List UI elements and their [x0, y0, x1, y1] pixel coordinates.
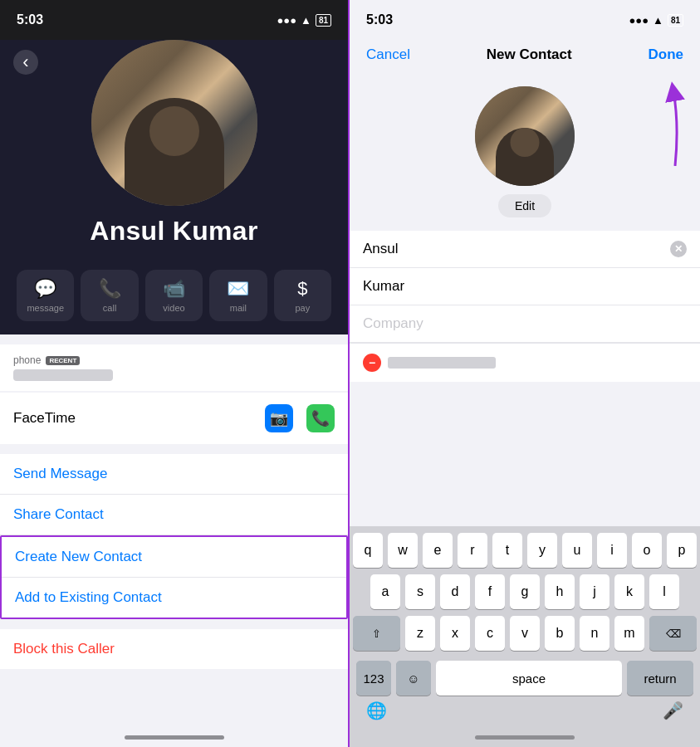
key-s[interactable]: s	[405, 574, 435, 609]
key-m[interactable]: m	[614, 616, 644, 651]
company-placeholder: Company	[363, 315, 423, 332]
last-name-field[interactable]: Kumar	[350, 268, 700, 305]
right-status-icons: ●●● ▲ 81	[629, 14, 683, 27]
key-w[interactable]: w	[388, 533, 418, 568]
company-field[interactable]: Company	[350, 305, 700, 343]
video-button[interactable]: 📹 video	[145, 270, 203, 321]
right-home-indicator	[350, 727, 700, 747]
key-q[interactable]: q	[353, 533, 383, 568]
key-l[interactable]: l	[649, 574, 679, 609]
remove-phone-button[interactable]: −	[363, 354, 381, 372]
key-o[interactable]: o	[632, 533, 662, 568]
call-icon: 📞	[99, 278, 121, 300]
mail-label: mail	[230, 303, 247, 313]
first-name-field[interactable]: Ansul ✕	[350, 231, 700, 268]
keyboard-globe-row: 🌐 🎤	[353, 696, 697, 724]
key-k[interactable]: k	[614, 574, 644, 609]
right-status-bar: 5:03 ●●● ▲ 81	[350, 0, 700, 40]
back-button[interactable]: ‹	[13, 50, 38, 75]
key-g[interactable]: g	[510, 574, 540, 609]
facetime-video-button[interactable]: 📷	[265, 404, 293, 432]
shift-key[interactable]: ⇧	[353, 616, 400, 651]
right-wifi-icon: ▲	[653, 14, 663, 27]
video-icon: 📹	[163, 278, 185, 300]
right-battery-icon: 81	[668, 14, 683, 27]
keyboard-bottom-row: 123 ☺ space return	[353, 657, 697, 696]
key-h[interactable]: h	[545, 574, 575, 609]
key-j[interactable]: j	[580, 574, 609, 609]
battery-icon: 81	[316, 14, 331, 27]
message-button[interactable]: 💬 message	[17, 270, 74, 321]
right-panel: 5:03 ●●● ▲ 81 Cancel New Contact Done	[350, 0, 700, 747]
left-status-bar: 5:03 ●●● ▲ 81	[0, 0, 348, 40]
key-u[interactable]: u	[562, 533, 592, 568]
edit-photo-button[interactable]: Edit	[498, 194, 551, 217]
contact-avatar	[475, 86, 575, 186]
right-time: 5:03	[366, 12, 393, 27]
phone-number-partial	[388, 357, 496, 369]
block-caller-item[interactable]: Block this Caller	[0, 629, 348, 669]
key-b[interactable]: b	[545, 616, 575, 651]
call-label: call	[103, 303, 117, 313]
delete-key[interactable]: ⌫	[649, 616, 697, 651]
new-contact-form: Edit Ansul ✕ Kumar Company − q w	[350, 73, 700, 747]
left-home-bar	[125, 735, 224, 740]
first-name-value: Ansul	[363, 241, 399, 257]
mail-icon: ✉️	[227, 278, 249, 300]
new-contact-title: New Contact	[487, 46, 572, 63]
done-button[interactable]: Done	[648, 46, 683, 63]
phone-label: phone RECENT	[13, 354, 335, 366]
call-button[interactable]: 📞 call	[81, 270, 138, 321]
pay-button[interactable]: $ pay	[274, 270, 331, 321]
cancel-button[interactable]: Cancel	[366, 46, 410, 63]
emoji-key[interactable]: ☺	[396, 661, 431, 696]
form-fields: Ansul ✕ Kumar Company	[350, 231, 700, 343]
hero-avatar	[91, 40, 257, 206]
send-message-item[interactable]: Send Message	[0, 454, 348, 495]
key-n[interactable]: n	[580, 616, 609, 651]
left-home-indicator	[0, 727, 348, 747]
key-x[interactable]: x	[440, 616, 470, 651]
key-v[interactable]: v	[510, 616, 540, 651]
key-e[interactable]: e	[423, 533, 453, 568]
mic-icon[interactable]: 🎤	[663, 701, 683, 720]
left-panel: 5:03 ●●● ▲ 81 ‹ Ansul Kumar 💬 message 📞 …	[0, 0, 350, 747]
keyboard-row-2: a s d f g h j k l	[353, 574, 697, 609]
action-buttons-row: 💬 message 📞 call 📹 video ✉️ mail $ pay	[0, 260, 348, 334]
wifi-icon: ▲	[301, 14, 311, 27]
key-i[interactable]: i	[597, 533, 627, 568]
keyboard-row-1: q w e r t y u i o p	[353, 533, 697, 568]
key-z[interactable]: z	[405, 616, 435, 651]
globe-icon[interactable]: 🌐	[366, 701, 387, 720]
key-c[interactable]: c	[475, 616, 505, 651]
clear-first-name-button[interactable]: ✕	[670, 241, 687, 257]
contact-name: Ansul Kumar	[90, 216, 257, 247]
key-y[interactable]: y	[527, 533, 557, 568]
add-existing-contact-item[interactable]: Add to Existing Contact	[2, 578, 346, 618]
return-key[interactable]: return	[627, 661, 693, 696]
facetime-phone-button[interactable]: 📞	[306, 404, 335, 432]
facetime-icons: 📷 📞	[265, 404, 335, 432]
key-p[interactable]: p	[667, 533, 697, 568]
signal-icon: ●●●	[277, 14, 296, 27]
pay-label: pay	[295, 303, 310, 313]
contact-hero: ‹ Ansul Kumar	[0, 40, 348, 260]
share-contact-item[interactable]: Share Contact	[0, 495, 348, 535]
mail-button[interactable]: ✉️ mail	[209, 270, 267, 321]
message-icon: 💬	[34, 278, 56, 300]
key-t[interactable]: t	[492, 533, 522, 568]
key-a[interactable]: a	[370, 574, 400, 609]
key-f[interactable]: f	[475, 574, 505, 609]
left-status-icons: ●●● ▲ 81	[277, 14, 331, 27]
recent-badge: RECENT	[46, 356, 80, 365]
phone-section: phone RECENT	[0, 344, 348, 391]
space-key[interactable]: space	[436, 661, 622, 696]
contact-details: phone RECENT FaceTime 📷 📞 Send Message S…	[0, 334, 348, 727]
message-label: message	[27, 303, 64, 313]
num-key[interactable]: 123	[356, 661, 391, 696]
key-r[interactable]: r	[458, 533, 487, 568]
key-d[interactable]: d	[440, 574, 470, 609]
right-nav: Cancel New Contact Done	[350, 40, 700, 73]
last-name-value: Kumar	[363, 278, 404, 295]
create-new-contact-item[interactable]: Create New Contact	[2, 537, 346, 578]
